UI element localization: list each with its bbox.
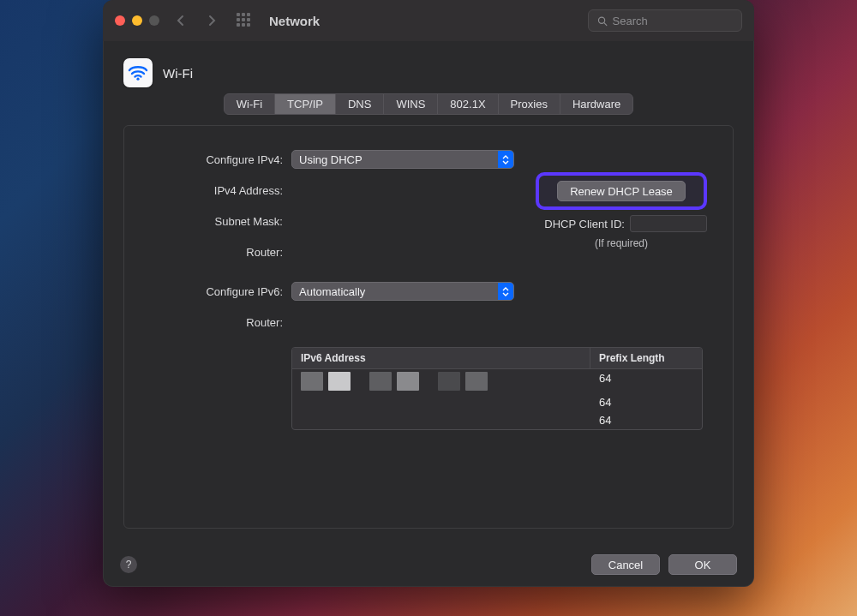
window-controls [115, 15, 159, 26]
ipv6-address-table: IPv6 Address Prefix Length [291, 347, 703, 430]
search-icon [597, 15, 608, 27]
redacted-address-segment [465, 372, 488, 391]
tab-hardware[interactable]: Hardware [560, 94, 632, 114]
table-row[interactable]: 64 [292, 411, 702, 429]
tab-wifi[interactable]: Wi-Fi [225, 94, 275, 114]
redacted-address-segment [301, 372, 323, 391]
subnet-mask-label: Subnet Mask: [150, 215, 283, 228]
close-window-button[interactable] [115, 15, 125, 26]
redacted-address-segment [328, 372, 351, 391]
ipv6-table-col-prefix[interactable]: Prefix Length [590, 348, 702, 368]
prefix-length-value: 64 [590, 393, 702, 411]
table-row[interactable]: 64 [292, 369, 702, 393]
show-all-icon[interactable] [237, 13, 252, 28]
configure-ipv4-select[interactable]: Using DHCP [291, 150, 514, 169]
forward-button[interactable] [202, 11, 221, 30]
window-title: Network [269, 14, 320, 28]
titlebar: Network [103, 0, 754, 41]
configure-ipv6-label: Configure IPv6: [150, 285, 283, 298]
search-field[interactable] [588, 9, 742, 32]
minimize-window-button[interactable] [132, 15, 142, 26]
dialog-footer: ? Cancel OK [103, 542, 754, 587]
tab-proxies[interactable]: Proxies [499, 94, 560, 114]
svg-line-1 [604, 22, 607, 25]
back-button[interactable] [171, 11, 190, 30]
tab-8021x[interactable]: 802.1X [438, 94, 498, 114]
search-input[interactable] [613, 15, 733, 27]
window-body: Wi-Fi Wi-Fi TCP/IP DNS WINS 802.1X Proxi… [103, 41, 754, 542]
renew-dhcp-lease-button[interactable]: Renew DHCP Lease [557, 181, 686, 201]
renew-dhcp-highlight: Renew DHCP Lease [536, 172, 707, 210]
configure-ipv4-value: Using DHCP [299, 153, 363, 166]
dhcp-if-required-note: (If required) [536, 237, 707, 249]
tab-bar: Wi-Fi TCP/IP DNS WINS 802.1X Proxies Har… [224, 93, 634, 115]
chevron-up-down-icon [498, 283, 513, 300]
dhcp-client-id-input[interactable] [630, 215, 707, 232]
dhcp-side-column: Renew DHCP Lease DHCP Client ID: (If req… [536, 172, 707, 249]
ipv6-router-label: Router: [150, 316, 283, 329]
configure-ipv4-label: Configure IPv4: [150, 153, 283, 166]
dhcp-client-id-label: DHCP Client ID: [544, 218, 625, 230]
help-button[interactable]: ? [120, 556, 137, 573]
prefix-length-value: 64 [590, 411, 702, 429]
ipv4-router-label: Router: [150, 246, 283, 259]
tcpip-panel: Configure IPv4: Using DHCP IPv4 Address:… [123, 125, 734, 529]
cancel-button[interactable]: Cancel [591, 554, 660, 575]
redacted-address-segment [369, 372, 392, 391]
wifi-icon [123, 58, 153, 87]
configure-ipv6-select[interactable]: Automatically [291, 282, 514, 301]
ipv4-address-label: IPv4 Address: [150, 184, 283, 197]
prefix-length-value: 64 [590, 369, 702, 393]
tab-tcpip[interactable]: TCP/IP [275, 94, 336, 114]
redacted-address-segment [438, 372, 460, 391]
redacted-address-segment [397, 372, 419, 391]
ipv6-table-col-address[interactable]: IPv6 Address [292, 348, 590, 368]
network-settings-window: Network Wi-Fi Wi-Fi [103, 0, 754, 587]
pane-title: Wi-Fi [163, 66, 193, 81]
tab-wins[interactable]: WINS [384, 94, 438, 114]
pane-header: Wi-Fi [123, 58, 734, 87]
tab-dns[interactable]: DNS [336, 94, 384, 114]
svg-point-2 [136, 78, 139, 81]
configure-ipv6-value: Automatically [299, 285, 365, 298]
table-row[interactable]: 64 [292, 393, 702, 411]
ok-button[interactable]: OK [668, 554, 737, 575]
chevron-up-down-icon [498, 151, 513, 168]
zoom-window-button[interactable] [149, 15, 159, 26]
